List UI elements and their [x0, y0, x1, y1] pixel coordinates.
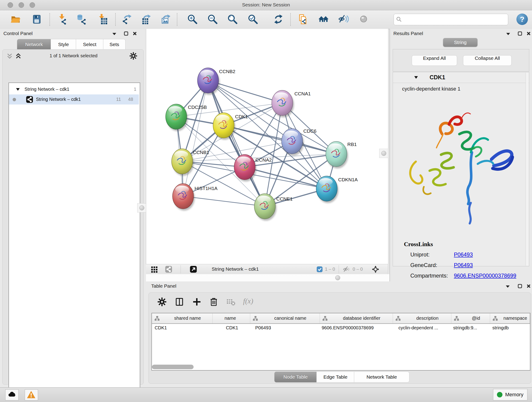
memory-button[interactable]: Memory [493, 389, 527, 400]
edge-CCNE1-HIST1H1A[interactable] [183, 196, 265, 206]
hidden-eye-icon[interactable] [342, 265, 350, 273]
node-RB1[interactable] [326, 141, 348, 168]
node-CDK1[interactable] [213, 113, 235, 140]
table-hscrollbar[interactable] [152, 364, 530, 370]
node-CCNA1[interactable] [272, 90, 294, 117]
expand-triangle-icon[interactable] [16, 88, 20, 91]
node-CDC25B[interactable] [166, 104, 188, 131]
entry-header[interactable]: CDK1 [393, 72, 529, 83]
float-panel-icon[interactable] [124, 31, 129, 36]
delete-table-icon[interactable] [226, 297, 236, 307]
export-network-icon[interactable] [122, 14, 133, 25]
import-database-icon[interactable] [77, 14, 87, 25]
import-network-icon[interactable] [57, 14, 68, 25]
column-header-namespace[interactable]: namespace [490, 313, 530, 323]
collapse-all-button[interactable]: Collapse All [463, 55, 512, 66]
share-view-icon[interactable] [165, 265, 172, 273]
zoom-in-icon[interactable] [187, 14, 198, 25]
search-field[interactable] [394, 14, 508, 25]
edge-CCNB2-HIST1H1A[interactable] [183, 80, 208, 196]
network-row-selected[interactable]: String Network – cdk1 11 48 [9, 95, 139, 104]
collapse-entry-icon[interactable] [414, 76, 418, 79]
node-HIST1H1A[interactable] [172, 184, 195, 211]
homes-icon[interactable] [318, 14, 329, 25]
close-panel-icon[interactable] [526, 284, 531, 289]
column-header-name[interactable]: name [213, 313, 250, 323]
hide-panel-icon[interactable] [338, 14, 349, 25]
node-CCNB2[interactable] [197, 68, 220, 95]
table-cell[interactable]: CDK1 [155, 325, 211, 331]
network-options-gear-icon[interactable] [129, 51, 138, 60]
tab-string[interactable]: String [443, 38, 477, 47]
tab-node-table[interactable]: Node Table [274, 371, 317, 383]
column-header-database-identifier[interactable]: database identifier [320, 313, 393, 323]
results-scrollbar[interactable] [526, 73, 529, 266]
show-columns-icon[interactable] [174, 297, 184, 307]
save-session-icon[interactable] [32, 14, 42, 25]
chevron-double-down-icon[interactable] [7, 53, 13, 58]
hscroll-thumb[interactable] [152, 365, 194, 369]
table-options-gear-icon[interactable] [157, 297, 167, 307]
import-table-icon[interactable] [97, 14, 108, 25]
export-table-icon[interactable] [141, 14, 152, 25]
cloud-button[interactable] [5, 389, 19, 400]
expand-all-button[interactable]: Expand All [412, 55, 457, 66]
zoom-selected-icon[interactable] [248, 14, 258, 25]
node-CCNE1[interactable] [254, 194, 277, 221]
tab-edge-table[interactable]: Edge Table [317, 371, 355, 383]
table-cell[interactable]: stringdb:9... [453, 325, 489, 331]
table-cell[interactable]: 9606.ENSP00000378699 [322, 325, 392, 331]
edge-CDK1-RB1[interactable] [224, 125, 336, 154]
zoom-out-icon[interactable] [207, 14, 218, 25]
chevron-double-up-icon[interactable] [15, 53, 21, 58]
close-panel-icon[interactable] [526, 31, 531, 36]
warning-button[interactable] [25, 389, 38, 400]
export-image-icon[interactable] [161, 14, 172, 25]
collapse-panel-icon[interactable] [112, 32, 117, 37]
add-column-icon[interactable] [192, 297, 202, 307]
crosslink-link[interactable]: P06493 [454, 262, 473, 268]
column-header-canonical-name[interactable]: canonical name [250, 313, 320, 323]
refresh-layout-icon[interactable] [273, 14, 284, 25]
table-cell[interactable]: stringdb [492, 325, 529, 331]
column-header-description[interactable]: description [393, 313, 451, 323]
search-input[interactable] [404, 15, 506, 24]
float-panel-icon[interactable] [518, 31, 523, 36]
splitter-knob[interactable] [335, 275, 340, 280]
tab-sets[interactable]: Sets [103, 39, 126, 50]
share-document-icon[interactable] [298, 14, 308, 25]
birds-eye-icon[interactable] [372, 265, 380, 273]
left-splitter-handle[interactable] [137, 203, 146, 212]
zoom-fit-icon[interactable] [227, 14, 238, 25]
table-cell[interactable]: cyclin-dependent ... [399, 325, 450, 331]
crosslink-link[interactable]: 9606.ENSP00000378699 [454, 273, 516, 279]
tab-style[interactable]: Style [51, 39, 76, 50]
float-panel-icon[interactable] [518, 284, 523, 289]
node-CCNA2[interactable] [234, 154, 256, 182]
node-CCNB1[interactable] [172, 149, 194, 176]
grid-view-icon[interactable] [151, 265, 158, 273]
tab-select[interactable]: Select [76, 39, 104, 50]
delete-column-icon[interactable] [209, 297, 219, 307]
eye-disabled-icon[interactable] [358, 14, 369, 25]
column-header--id[interactable]: @id [451, 313, 490, 323]
collapse-panel-icon[interactable] [506, 32, 511, 37]
crosslink-link[interactable]: P06493 [454, 251, 473, 258]
table-cell[interactable]: P06493 [255, 325, 318, 331]
tab-network-table[interactable]: Network Table [354, 371, 409, 383]
network-canvas[interactable]: CCNB2CCNA1CDC25BCDK1CDC6RB1CCNB1CCNA2CDK… [146, 29, 388, 264]
open-file-icon[interactable] [10, 14, 21, 25]
detach-view-icon[interactable] [190, 265, 197, 273]
help-button[interactable]: ? [516, 13, 528, 25]
table-cell[interactable]: CDK1 [226, 325, 249, 331]
collapse-panel-icon[interactable] [505, 284, 510, 289]
network-collection-row[interactable]: String Network – cdk1 1 [9, 84, 139, 95]
right-splitter-handle[interactable] [379, 149, 388, 158]
close-panel-icon[interactable] [133, 31, 138, 36]
tab-network[interactable]: Network [17, 39, 51, 50]
node-CDKN1A[interactable] [316, 176, 338, 203]
selected-checkbox-icon[interactable] [317, 266, 323, 272]
protein-structure-image [402, 95, 517, 237]
column-header-shared-name[interactable]: shared name [152, 313, 213, 323]
node-CDC6[interactable] [282, 128, 304, 156]
